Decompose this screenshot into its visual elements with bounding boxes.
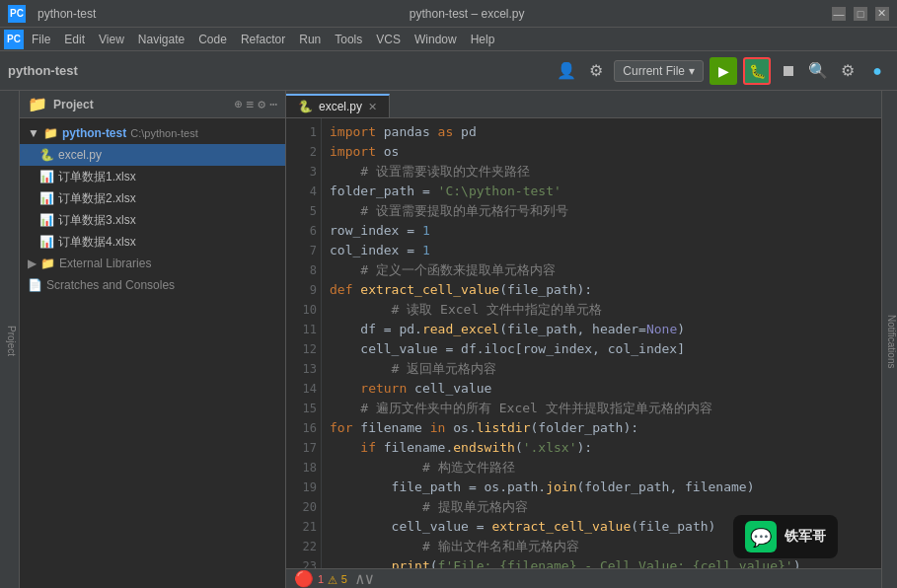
panel-settings-icon[interactable]: ⚙ bbox=[258, 97, 265, 111]
tab-bar: 🐍 excel.py ✕ bbox=[286, 91, 881, 118]
watermark-text: 铁军哥 bbox=[785, 528, 826, 546]
libs-folder-icon: 📁 bbox=[40, 257, 55, 270]
xlsx-icon-1: 📊 bbox=[39, 170, 54, 184]
right-sidebar: Notifications bbox=[881, 91, 897, 588]
title-bar-controls: — □ ✕ bbox=[832, 7, 889, 21]
toolbar-right: 👤 ⚙ Current File ▾ ▶ 🐛 ⏹ 🔍 ⚙ ● bbox=[555, 57, 889, 85]
minimize-button[interactable]: — bbox=[832, 7, 846, 21]
collapse-icon[interactable]: ≡ bbox=[247, 97, 255, 111]
left-sidebar-strip: Project bbox=[0, 91, 20, 588]
tab-excel-py[interactable]: 🐍 excel.py ✕ bbox=[286, 94, 390, 117]
xlsx-icon-3: 📊 bbox=[39, 213, 54, 227]
error-bar: 🔴 1 ⚠ 5 ∧∨ bbox=[286, 568, 881, 588]
menu-code[interactable]: Code bbox=[192, 31, 233, 48]
main-layout: Project 📁 Project ⊕ ≡ ⚙ ⋯ ▼ 📁 python-tes… bbox=[0, 91, 897, 588]
pc-icon: PC bbox=[8, 5, 26, 23]
watermark: 💬 铁军哥 bbox=[733, 515, 838, 558]
project-root-path: C:\python-test bbox=[130, 127, 197, 139]
project-sidebar-label[interactable]: Project bbox=[4, 322, 19, 360]
project-name: python-test bbox=[8, 63, 78, 78]
search-button[interactable]: 🔍 bbox=[806, 59, 830, 83]
locate-icon[interactable]: ⊕ bbox=[235, 97, 243, 111]
menu-vcs[interactable]: VCS bbox=[370, 31, 407, 48]
tab-name: excel.py bbox=[319, 100, 362, 113]
project-folder-icon: 📁 bbox=[43, 126, 58, 140]
menu-file[interactable]: File bbox=[26, 31, 56, 48]
collapse-arrow: ▼ bbox=[28, 126, 39, 140]
run-config-dropdown[interactable]: Current File ▾ bbox=[614, 60, 704, 82]
folder-icon: 📁 bbox=[28, 95, 47, 113]
title-bar-title: python-test – excel.py bbox=[410, 7, 525, 21]
code-content[interactable]: import pandas as pd import os # 设置需要读取的文… bbox=[322, 118, 881, 568]
menu-run[interactable]: Run bbox=[293, 31, 327, 48]
tab-py-icon: 🐍 bbox=[298, 100, 313, 113]
tab-close-icon[interactable]: ✕ bbox=[368, 101, 377, 113]
project-root-name: python-test bbox=[62, 126, 126, 140]
file-tree: ▼ 📁 python-test C:\python-test 🐍 excel.p… bbox=[20, 118, 285, 588]
tree-item-scratches[interactable]: 📄 Scratches and Consoles bbox=[20, 274, 285, 296]
tree-item-external-libs[interactable]: ▶ 📁 External Libraries bbox=[20, 253, 285, 274]
file-name-excel-py: excel.py bbox=[58, 148, 102, 162]
app-name: python-test bbox=[32, 5, 102, 23]
error-icon: 🔴 bbox=[294, 569, 314, 588]
debug-button[interactable]: 🐛 bbox=[743, 57, 771, 85]
maximize-button[interactable]: □ bbox=[854, 7, 867, 21]
line-numbers: 12345 678910 1112131415 1617181920 21222… bbox=[286, 118, 322, 568]
external-libs-label: External Libraries bbox=[59, 257, 151, 270]
xlsx-icon-4: 📊 bbox=[39, 235, 54, 249]
error-count: 1 bbox=[318, 573, 324, 585]
stop-button[interactable]: ⏹ bbox=[777, 59, 800, 83]
file-name-xlsx1: 订单数据1.xlsx bbox=[58, 169, 136, 185]
menu-window[interactable]: Window bbox=[409, 31, 463, 48]
menu-tools[interactable]: Tools bbox=[329, 31, 368, 48]
tree-item-xlsx1[interactable]: 📊 订单数据1.xlsx bbox=[20, 166, 285, 187]
project-panel-header: 📁 Project ⊕ ≡ ⚙ ⋯ bbox=[20, 91, 285, 118]
project-panel-title: Project bbox=[53, 98, 94, 111]
tree-root[interactable]: ▼ 📁 python-test C:\python-test bbox=[20, 122, 285, 144]
tree-item-xlsx4[interactable]: 📊 订单数据4.xlsx bbox=[20, 231, 285, 253]
tree-item-xlsx2[interactable]: 📊 订单数据2.xlsx bbox=[20, 187, 285, 209]
menu-view[interactable]: View bbox=[93, 31, 130, 48]
tree-item-excel-py[interactable]: 🐍 excel.py bbox=[20, 144, 285, 166]
title-bar-left: PC python-test bbox=[8, 5, 102, 23]
menu-bar: PC File Edit View Navigate Code Refactor… bbox=[0, 28, 897, 51]
file-name-xlsx2: 订单数据2.xlsx bbox=[58, 190, 136, 207]
file-name-xlsx3: 订单数据3.xlsx bbox=[58, 212, 136, 229]
warning-count: 5 bbox=[341, 573, 347, 585]
menu-help[interactable]: Help bbox=[465, 31, 501, 48]
dropdown-arrow: ▾ bbox=[689, 64, 695, 78]
run-button[interactable]: ▶ bbox=[710, 57, 737, 85]
xlsx-icon-2: 📊 bbox=[39, 191, 54, 205]
py-file-icon: 🐍 bbox=[39, 148, 54, 162]
panel-header-icons: ⊕ ≡ ⚙ ⋯ bbox=[235, 97, 277, 111]
warning-icon: ⚠ bbox=[328, 569, 337, 588]
panel-more-icon[interactable]: ⋯ bbox=[269, 97, 277, 111]
toolbar-left: python-test bbox=[8, 63, 78, 78]
scratches-icon: 📄 bbox=[28, 278, 42, 292]
close-button[interactable]: ✕ bbox=[875, 7, 889, 21]
wechat-icon: 💬 bbox=[745, 521, 777, 552]
editor-area: 🐍 excel.py ✕ 12345 678910 1112131415 161… bbox=[286, 91, 881, 588]
file-name-xlsx4: 订单数据4.xlsx bbox=[58, 234, 136, 251]
profile-icon[interactable]: 👤 bbox=[555, 59, 578, 83]
menu-navigate[interactable]: Navigate bbox=[132, 31, 190, 48]
run-config-label: Current File bbox=[623, 64, 685, 78]
toolbar: python-test 👤 ⚙ Current File ▾ ▶ 🐛 ⏹ 🔍 ⚙… bbox=[0, 51, 897, 91]
settings-button[interactable]: ⚙ bbox=[836, 59, 860, 83]
notifications-label[interactable]: Notifications bbox=[886, 311, 897, 372]
title-bar: PC python-test python-test – excel.py — … bbox=[0, 0, 897, 28]
settings-dropdown-icon[interactable]: ⚙ bbox=[584, 59, 608, 83]
help-button[interactable]: ● bbox=[865, 59, 889, 83]
menu-refactor[interactable]: Refactor bbox=[235, 31, 291, 48]
expand-arrow-libs: ▶ bbox=[28, 257, 37, 270]
scratches-label: Scratches and Consoles bbox=[46, 278, 175, 292]
app-logo: PC bbox=[4, 30, 24, 49]
sort-icon[interactable]: ∧∨ bbox=[355, 569, 374, 588]
project-panel: 📁 Project ⊕ ≡ ⚙ ⋯ ▼ 📁 python-test C:\pyt… bbox=[20, 91, 286, 588]
tree-item-xlsx3[interactable]: 📊 订单数据3.xlsx bbox=[20, 209, 285, 231]
code-editor: 12345 678910 1112131415 1617181920 21222… bbox=[286, 118, 881, 568]
menu-edit[interactable]: Edit bbox=[58, 31, 91, 48]
